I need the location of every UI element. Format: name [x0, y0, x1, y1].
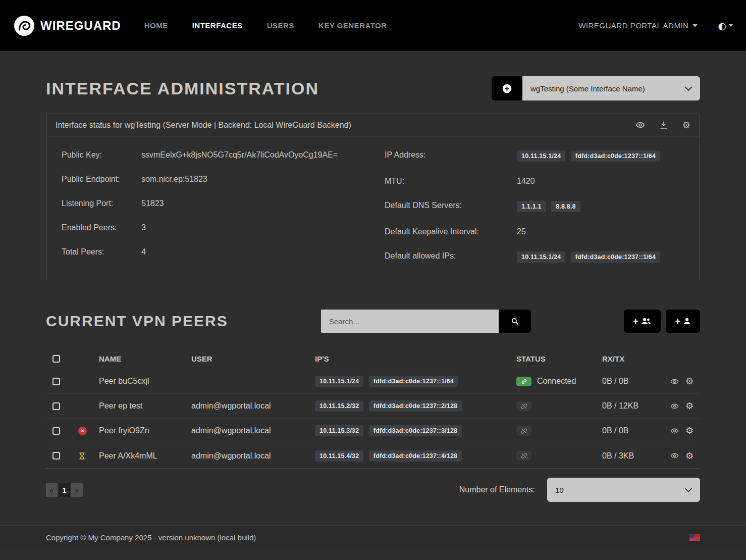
peers-table: NAME USER IP'S STATUS RX/TX Peer buC5cxj…	[46, 348, 700, 469]
allowed-ips-badges: 10.11.15.1/24 fdfd:d3ad:c0de:1237::1/64	[517, 251, 684, 263]
enabled-peers-value: 3	[141, 223, 361, 232]
brand[interactable]: WireGuard	[13, 15, 121, 37]
link-slash-icon	[516, 451, 531, 461]
view-peer-button[interactable]	[670, 427, 679, 435]
interface-select[interactable]: wgTesting (Some Interface Name)	[522, 76, 700, 100]
link-slash-icon	[516, 401, 531, 411]
row-checkbox[interactable]	[52, 378, 60, 385]
person-icon	[683, 317, 691, 325]
eye-icon	[670, 377, 679, 386]
elements-per-page-group: Number of Elements: 10	[459, 478, 700, 502]
elements-per-page-select[interactable]: 10	[547, 478, 700, 502]
pagination-page-1[interactable]: 1	[59, 483, 70, 497]
peer-name: Peer fryiO9Zn	[99, 426, 191, 435]
nav-item-key-generator[interactable]: KEY GENERATOR	[318, 21, 387, 30]
field-label: Default DNS Servers:	[385, 201, 517, 212]
plus-icon: +	[675, 316, 680, 327]
row-checkbox[interactable]	[52, 452, 60, 460]
peer-status	[516, 401, 602, 411]
view-peer-button[interactable]	[670, 451, 679, 460]
public-key-value: ssvmEelxG+k8jsNO5G7cq5r/Ak7liCodAvOyoCg1…	[141, 150, 361, 160]
field-label: Total Peers:	[62, 247, 141, 257]
link-connected-icon	[516, 377, 531, 386]
edit-peer-button[interactable]: ⚙	[685, 451, 694, 461]
view-peer-button[interactable]	[670, 402, 679, 411]
edit-peer-button[interactable]: ⚙	[685, 426, 694, 435]
add-peer-button[interactable]: +	[666, 310, 700, 333]
ip-badge: fdfd:d3ad:c0de:1237::1/64	[369, 376, 458, 387]
edit-peer-button[interactable]: ⚙	[685, 401, 694, 411]
ip-badge: fdfd:d3ad:c0de:1237::3/128	[369, 425, 462, 436]
top-navbar: WireGuard HOME INTERFACES USERS KEY GENE…	[0, 0, 746, 51]
ip-badge: fdfd:d3ad:c0de:1237::2/128	[369, 400, 462, 412]
us-flag-language-icon[interactable]	[689, 534, 700, 541]
admin-dropdown[interactable]: WIREGUARD PORTAL ADMIN	[578, 21, 698, 30]
row-checkbox[interactable]	[52, 427, 60, 435]
eye-icon	[635, 120, 645, 130]
card-header-icons: ⚙	[635, 120, 690, 130]
status-fields-right: IP Address: 10.11.15.1/24 fdfd:d3ad:c0de…	[385, 150, 684, 263]
peer-status	[516, 426, 602, 436]
dns-badge: 8.8.8.8	[551, 201, 580, 212]
interface-selector-group: wgTesting (Some Interface Name)	[492, 76, 700, 100]
download-config-button[interactable]	[659, 121, 668, 130]
pagination-next-button[interactable]: »	[71, 483, 83, 497]
interface-status-card: Interface status for wgTesting (Server M…	[46, 114, 700, 280]
view-peer-button[interactable]	[670, 377, 679, 386]
ip-badge: 10.11.15.1/24	[517, 251, 565, 263]
page-title: INTERFACE ADMINISTRATION	[46, 79, 319, 98]
add-interface-button[interactable]	[492, 76, 522, 100]
row-checkbox[interactable]	[52, 402, 60, 410]
elements-per-page-label: Number of Elements:	[459, 485, 535, 494]
search-icon	[510, 317, 519, 326]
peer-user: admin@wgportal.local	[191, 401, 315, 411]
column-header-status: STATUS	[516, 354, 602, 363]
row-actions: ⚙	[670, 451, 701, 461]
copyright-text: Copyright © My Company 2025 - version un…	[46, 533, 256, 542]
ip-badge: 10.11.15.1/24	[315, 376, 363, 387]
column-header-ips: IP'S	[315, 354, 516, 363]
pagination-prev-button[interactable]: «	[46, 483, 58, 497]
search-input[interactable]	[321, 310, 499, 333]
elements-select-wrap: 10	[547, 478, 700, 502]
column-header-rxtx: RX/TX	[602, 354, 670, 363]
peer-status	[516, 451, 602, 461]
table-row: Peer buC5cxjl 10.11.15.1/24 fdfd:d3ad:c0…	[46, 369, 700, 394]
nav-item-interfaces[interactable]: INTERFACES	[192, 21, 243, 30]
hourglass-expiring-icon	[78, 452, 86, 460]
download-icon	[659, 121, 668, 130]
interface-status-card-header: Interface status for wgTesting (Server M…	[46, 114, 700, 136]
eye-icon	[670, 451, 679, 460]
nav-links: HOME INTERFACES USERS KEY GENERATOR	[144, 21, 387, 30]
brand-text: WireGuard	[40, 19, 121, 33]
field-label: MTU:	[385, 177, 517, 186]
select-all-checkbox[interactable]	[52, 355, 60, 363]
theme-toggle-dropdown[interactable]: ◐	[718, 20, 733, 31]
interface-select-wrap: wgTesting (Some Interface Name)	[522, 76, 700, 100]
gear-icon: ⚙	[685, 451, 694, 461]
page-header: INTERFACE ADMINISTRATION wgTesting (Some…	[46, 76, 700, 100]
status-label: Connected	[537, 377, 576, 386]
people-icon	[641, 317, 652, 325]
peer-add-buttons: + +	[624, 310, 700, 333]
dns-badge: 1.1.1.1	[517, 201, 546, 212]
row-actions: ⚙	[670, 426, 701, 435]
add-multiple-peers-button[interactable]: +	[624, 310, 661, 333]
field-label: IP Address:	[385, 150, 517, 162]
search-group	[321, 310, 531, 333]
nav-item-home[interactable]: HOME	[144, 21, 168, 30]
nav-item-users[interactable]: USERS	[267, 21, 294, 30]
plus-icon: +	[633, 316, 638, 327]
disabled-cross-circle-icon: ×	[78, 427, 87, 435]
peer-rxtx: 0B / 3KB	[602, 451, 670, 461]
peer-ips: 10.11.15.2/32 fdfd:d3ad:c0de:1237::2/128	[315, 400, 516, 412]
wireguard-logo-icon	[13, 15, 35, 37]
view-config-button[interactable]	[635, 120, 645, 130]
eye-icon	[670, 427, 679, 435]
edit-peer-button[interactable]: ⚙	[685, 377, 694, 386]
search-button[interactable]	[499, 310, 531, 333]
edit-interface-button[interactable]: ⚙	[682, 121, 690, 130]
gear-icon: ⚙	[685, 426, 694, 435]
plus-circle-icon	[502, 83, 512, 94]
ip-badge: 10.11.15.3/32	[315, 425, 363, 436]
